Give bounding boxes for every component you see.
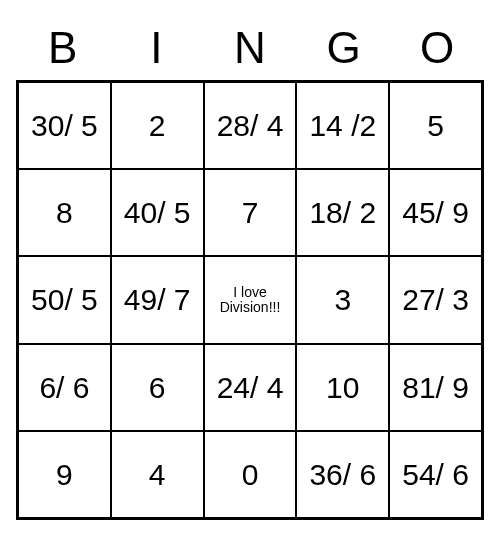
cell-2-1[interactable]: 49/ 7 [111, 256, 204, 343]
cell-3-4[interactable]: 81/ 9 [389, 344, 482, 431]
cell-2-3[interactable]: 3 [296, 256, 389, 343]
cell-0-2[interactable]: 28/ 4 [204, 82, 297, 169]
cell-1-4[interactable]: 45/ 9 [389, 169, 482, 256]
bingo-card: B I N G O 30/ 5 2 28/ 4 14 /2 5 8 40/ 5 … [16, 16, 484, 520]
header-o: O [390, 16, 484, 80]
cell-free[interactable]: I love Division!!! [204, 256, 297, 343]
cell-3-3[interactable]: 10 [296, 344, 389, 431]
header-g: G [297, 16, 391, 80]
cell-2-0[interactable]: 50/ 5 [18, 256, 111, 343]
cell-3-1[interactable]: 6 [111, 344, 204, 431]
cell-0-0[interactable]: 30/ 5 [18, 82, 111, 169]
cell-0-1[interactable]: 2 [111, 82, 204, 169]
cell-1-2[interactable]: 7 [204, 169, 297, 256]
cell-3-2[interactable]: 24/ 4 [204, 344, 297, 431]
cell-4-0[interactable]: 9 [18, 431, 111, 518]
header-b: B [16, 16, 110, 80]
cell-0-3[interactable]: 14 /2 [296, 82, 389, 169]
cell-4-1[interactable]: 4 [111, 431, 204, 518]
cell-2-4[interactable]: 27/ 3 [389, 256, 482, 343]
cell-0-4[interactable]: 5 [389, 82, 482, 169]
cell-1-3[interactable]: 18/ 2 [296, 169, 389, 256]
cell-4-3[interactable]: 36/ 6 [296, 431, 389, 518]
cell-3-0[interactable]: 6/ 6 [18, 344, 111, 431]
cell-1-0[interactable]: 8 [18, 169, 111, 256]
cell-4-4[interactable]: 54/ 6 [389, 431, 482, 518]
header-n: N [203, 16, 297, 80]
bingo-grid: 30/ 5 2 28/ 4 14 /2 5 8 40/ 5 7 18/ 2 45… [16, 80, 484, 520]
cell-4-2[interactable]: 0 [204, 431, 297, 518]
cell-1-1[interactable]: 40/ 5 [111, 169, 204, 256]
bingo-header: B I N G O [16, 16, 484, 80]
header-i: I [110, 16, 204, 80]
